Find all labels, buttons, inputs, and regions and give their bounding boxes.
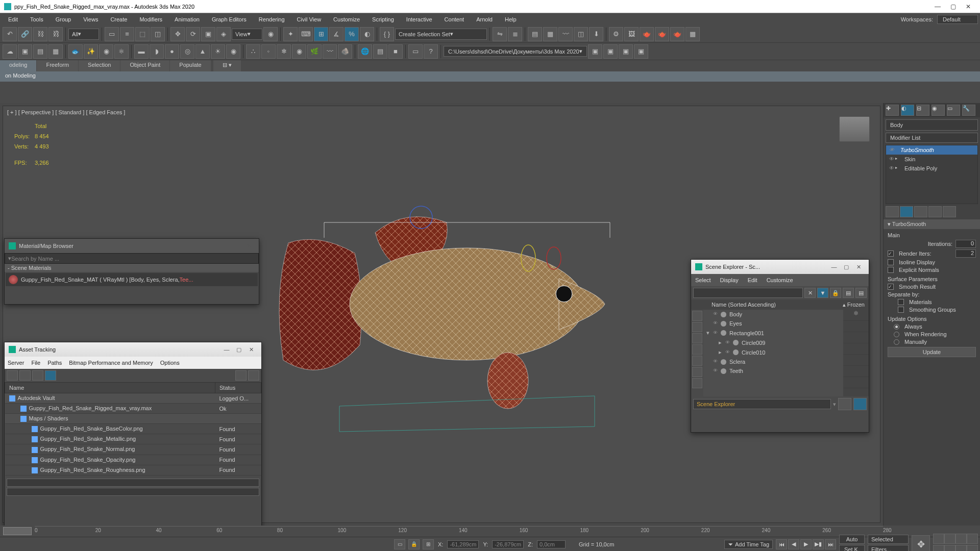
viewport-nav-button[interactable]: ✥ — [912, 535, 930, 552]
goto-start-button[interactable]: ⏮ — [776, 539, 787, 549]
lock-selection-button[interactable]: ▭ — [394, 539, 405, 549]
nav-maximize-icon[interactable] — [967, 545, 978, 552]
ribbon-tab-selection[interactable]: Selection — [79, 60, 120, 71]
menu-edit[interactable]: Edit — [2, 15, 24, 24]
scene-explorer-titlebar[interactable]: Scene Explorer - Sc... — ▢ ✕ — [691, 260, 869, 274]
project-path-field[interactable]: C:\Users\dshsd\OneDrive\Документы\3ds Ma… — [444, 46, 587, 57]
scene-btn-b[interactable]: ▤ — [855, 288, 867, 298]
move-button[interactable]: ✥ — [170, 27, 185, 41]
select-object-button[interactable]: ▭ — [105, 27, 119, 41]
scene-node-circle009[interactable]: ▸👁Circle009 — [703, 338, 843, 347]
hair-icon[interactable]: 〰 — [323, 44, 337, 59]
ribbon-tab-odeling[interactable]: odeling — [0, 60, 36, 71]
asset-tb-4[interactable] — [45, 370, 56, 381]
scene-node-circle010[interactable]: ▸👁Circle010 — [703, 347, 843, 357]
render-setup-button[interactable]: ⚙ — [609, 27, 623, 41]
nav-zoom-all-icon[interactable] — [967, 534, 978, 544]
render-button[interactable]: 🫖 — [640, 27, 654, 41]
project-btn-3[interactable]: ▣ — [619, 44, 633, 59]
material-editor-button[interactable]: ⬇ — [589, 27, 603, 41]
scene-menu-display[interactable]: Display — [720, 277, 739, 283]
nav-fov-icon[interactable] — [955, 534, 967, 544]
update-button[interactable]: Update — [888, 347, 976, 357]
dark-icon[interactable]: ■ — [388, 44, 403, 59]
asset-menu-server[interactable]: Server — [8, 360, 24, 366]
selection-set-dropdown[interactable]: Create Selection Set ▾ — [395, 29, 487, 40]
lock-button[interactable]: 🔒 — [408, 539, 420, 549]
material-browser-titlebar[interactable]: Material/Map Browser ✕ — [5, 239, 259, 253]
asset-col-name[interactable]: Name — [5, 383, 215, 393]
scene-filter-geometry-icon[interactable] — [692, 311, 702, 321]
close-button[interactable]: ✕ — [961, 2, 976, 12]
asset-row[interactable]: Guppy_Fish_Red_Snake_Normal.pngFound — [5, 444, 261, 455]
menu-rendering[interactable]: Rendering — [253, 15, 291, 24]
turbosmooth-rollout-header[interactable]: ▾ TurboSmooth — [884, 219, 980, 229]
tool-3[interactable]: ▤ — [33, 44, 47, 59]
mirror-button[interactable]: ⇋ — [493, 27, 507, 41]
select-region-button[interactable]: ⬚ — [135, 27, 150, 41]
cloud-button[interactable]: ☁ — [3, 44, 17, 59]
scene-node-eyes[interactable]: 👁Eyes — [703, 319, 843, 328]
x-value[interactable]: -61,289cm — [447, 540, 479, 548]
explicit-normals-checkbox[interactable] — [888, 267, 894, 273]
tool-4[interactable]: ▦ — [48, 44, 63, 59]
rock-icon[interactable]: 🪨 — [338, 44, 352, 59]
auto-key-button[interactable]: Auto — [839, 535, 865, 544]
edit-selection-set-button[interactable]: { } — [380, 27, 394, 41]
schematic-view-button[interactable]: ◫ — [574, 27, 588, 41]
ribbon-tab-freeform[interactable]: Freeform — [37, 60, 78, 71]
z-value[interactable]: 0,0cm — [537, 540, 566, 548]
scene-filter-shapes-icon[interactable] — [692, 322, 702, 332]
asset-col-status[interactable]: Status — [215, 383, 261, 393]
ref-coord-dropdown[interactable]: View ▾ — [232, 29, 262, 40]
prev-frame-button[interactable]: ◀ — [788, 539, 799, 549]
nav-zoom-extents-icon[interactable] — [933, 545, 944, 552]
vray-cam-icon[interactable]: 🐟 — [68, 44, 83, 59]
asset-menu-paths[interactable]: Paths — [47, 360, 62, 366]
undo-button[interactable]: ↶ — [3, 27, 17, 41]
key-filters-selected-dropdown[interactable]: Selected — [868, 535, 909, 544]
menu-content[interactable]: Content — [438, 15, 471, 24]
asset-row[interactable]: Guppy_Fish_Red_Snake_Opacity.pngFound — [5, 455, 261, 465]
show-end-result-button[interactable] — [900, 206, 913, 217]
sep-materials-checkbox[interactable] — [898, 299, 904, 305]
nav-pan-icon[interactable] — [933, 534, 944, 544]
create-box-icon[interactable]: ▬ — [134, 44, 149, 59]
menu-group[interactable]: Group — [50, 15, 78, 24]
scene-node-teeth[interactable]: 👁Teeth — [703, 366, 843, 375]
asset-tb-1[interactable] — [7, 370, 18, 381]
menu-create[interactable]: Create — [104, 15, 133, 24]
project-btn-1[interactable]: ▣ — [588, 44, 602, 59]
rotate-button[interactable]: ⟳ — [186, 27, 200, 41]
scene-footer-btn-1[interactable] — [838, 398, 851, 410]
scene-filter-bone-icon[interactable] — [692, 378, 702, 388]
asset-row[interactable]: Maps / Shaders — [5, 414, 261, 424]
asset-refresh-button[interactable] — [235, 370, 247, 381]
render-preset-button[interactable]: 🫖 — [655, 27, 669, 41]
absolute-mode-button[interactable]: ⊞ — [423, 539, 434, 549]
curve-editor-button[interactable]: 〰 — [558, 27, 573, 41]
menu-arnold[interactable]: Arnold — [470, 15, 499, 24]
menu-modifiers[interactable]: Modifiers — [133, 15, 168, 24]
timeline[interactable]: 020406080100120140160180200220240260280 — [0, 525, 883, 537]
render-iters-spinner[interactable]: 2 — [955, 249, 976, 258]
grass-icon[interactable]: 🌿 — [307, 44, 322, 59]
object-name-field[interactable]: Body — [886, 119, 978, 131]
scene-menu-edit[interactable]: Edit — [748, 277, 757, 283]
asset-help-button[interactable] — [248, 370, 259, 381]
update-manual-radio[interactable] — [894, 339, 899, 345]
redo-button[interactable]: 🔗 — [18, 27, 32, 41]
set-key-button[interactable]: Set K. — [839, 545, 865, 552]
scene-materials-category[interactable]: - Scene Materials — [5, 264, 259, 272]
spinner-snap-button[interactable]: ◐ — [360, 27, 374, 41]
asset-tb-2[interactable] — [19, 370, 31, 381]
unlink-button[interactable]: ⛓̸ — [48, 27, 63, 41]
lock-ui-button[interactable]: ▣ — [18, 44, 32, 59]
viewport-label[interactable]: [ + ] [ Perspective ] [ Standard ] [ Edg… — [7, 109, 125, 115]
scene-menu-select[interactable]: Select — [695, 277, 711, 283]
globe-icon[interactable]: 🌐 — [358, 44, 372, 59]
keyboard-shortcut-button[interactable]: ⌨ — [299, 27, 313, 41]
scene-close-button[interactable]: ✕ — [852, 262, 865, 272]
scene-col-frozen[interactable]: ▴ Frozen — [843, 302, 865, 308]
create-geosphere-icon[interactable]: ◉ — [226, 44, 240, 59]
